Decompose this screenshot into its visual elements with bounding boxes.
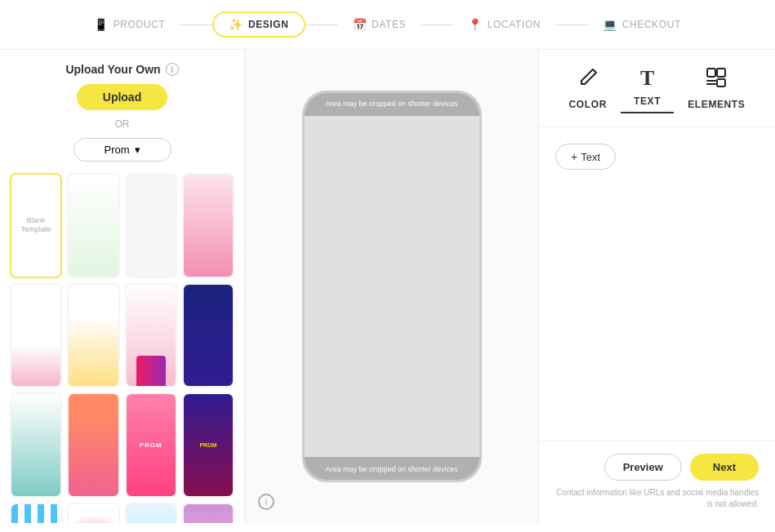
dates-icon: 📅 [353, 18, 367, 31]
color-pencil-icon [577, 66, 599, 94]
phone-content [305, 116, 479, 457]
svg-rect-2 [717, 79, 725, 86]
nav-connector-2 [305, 24, 338, 25]
nav-step-location[interactable]: 📍 LOCATION [453, 13, 555, 36]
blank-template-label: Blank Template [11, 216, 60, 234]
svg-rect-0 [707, 69, 715, 77]
center-info-icon[interactable]: i [258, 494, 274, 510]
template-blank[interactable]: Blank Template [10, 173, 62, 278]
text-t-icon: T [640, 66, 654, 91]
phone-top-bar: Area may be cropped on shorter devices [305, 93, 479, 116]
template-3[interactable] [182, 173, 234, 278]
nav-step-design-label: DESIGN [248, 19, 289, 30]
location-icon: 📍 [468, 18, 483, 31]
nav-connector-1 [180, 24, 212, 25]
text-tool-label: TEXT [634, 95, 661, 107]
category-dropdown[interactable]: Prom ▾ [73, 138, 171, 162]
template-4[interactable] [10, 283, 62, 388]
plus-icon: + [571, 150, 577, 163]
left-panel: Upload Your Own i Upload OR Prom ▾ Blank… [0, 50, 245, 523]
template-10[interactable]: PROM [125, 392, 177, 498]
upload-title-text: Upload Your Own [65, 63, 160, 76]
phone-bottom-bar: Area may be cropped on shorter devices [305, 457, 479, 480]
color-tool-label: COLOR [569, 99, 607, 110]
right-content-area: + Text [539, 127, 775, 440]
upload-section-title: Upload Your Own i [10, 63, 234, 76]
svg-rect-1 [717, 69, 725, 77]
tool-color[interactable]: COLOR [556, 63, 620, 113]
template-5[interactable] [67, 283, 119, 388]
product-icon: 📱 [94, 18, 109, 31]
upload-info-icon[interactable]: i [166, 63, 179, 76]
category-label: Prom [104, 144, 129, 156]
template-grid: Blank Template [10, 173, 234, 523]
action-buttons: Preview Next [604, 454, 759, 481]
template-6[interactable] [125, 283, 177, 388]
nav-connector-4 [555, 24, 588, 25]
nav-step-design[interactable]: ✨ DESIGN [212, 11, 305, 38]
upload-button[interactable]: Upload [77, 84, 167, 110]
checkout-icon: 💻 [603, 18, 617, 31]
template-14[interactable] [125, 503, 177, 524]
disclaimer-text: Contact information like URLs and social… [555, 487, 759, 510]
template-15[interactable] [182, 503, 234, 524]
add-text-label: Text [581, 151, 600, 163]
main-content: Upload Your Own i Upload OR Prom ▾ Blank… [0, 50, 775, 523]
design-icon: ✨ [229, 18, 243, 31]
nav-step-checkout[interactable]: 💻 CHECKOUT [588, 13, 696, 36]
top-navigation: 📱 PRODUCT ✨ DESIGN 📅 DATES 📍 LOCATION 💻 … [0, 0, 775, 50]
template-13[interactable] [67, 503, 119, 524]
nav-step-product[interactable]: 📱 PRODUCT [79, 13, 180, 36]
nav-step-checkout-label: CHECKOUT [622, 19, 681, 30]
template-2[interactable] [125, 173, 177, 278]
template-7[interactable] [182, 283, 234, 388]
template-9[interactable] [67, 392, 119, 498]
next-button[interactable]: Next [690, 454, 759, 481]
or-divider: OR [10, 118, 234, 130]
template-12[interactable] [10, 503, 62, 524]
elements-icon [705, 66, 728, 94]
elements-tool-label: ELEMENTS [688, 99, 745, 110]
nav-step-dates[interactable]: 📅 DATES [338, 13, 421, 36]
phone-mockup: Area may be cropped on shorter devices A… [302, 91, 482, 482]
tools-toolbar: COLOR T TEXT ELEMENTS [539, 50, 775, 127]
preview-button[interactable]: Preview [604, 454, 682, 481]
template-8[interactable] [10, 392, 62, 498]
tool-elements[interactable]: ELEMENTS [675, 63, 758, 113]
chevron-down-icon: ▾ [135, 144, 140, 156]
template-11[interactable]: PROM [182, 392, 234, 498]
nav-connector-3 [421, 24, 453, 25]
nav-step-product-label: PRODUCT [114, 19, 166, 30]
right-panel: COLOR T TEXT ELEMENTS [538, 50, 775, 523]
nav-step-dates-label: DATES [372, 19, 406, 30]
right-bottom-actions: Preview Next Contact information like UR… [539, 440, 775, 523]
nav-step-location-label: LOCATION [488, 19, 541, 30]
template-1[interactable] [67, 173, 119, 278]
phone-bottom-bar-text: Area may be cropped on shorter devices [325, 465, 457, 473]
tool-text[interactable]: T TEXT [621, 63, 674, 113]
add-text-button[interactable]: + Text [555, 144, 616, 170]
phone-top-bar-text: Area may be cropped on shorter devices [325, 100, 457, 108]
center-panel: Area may be cropped on shorter devices A… [245, 50, 538, 523]
